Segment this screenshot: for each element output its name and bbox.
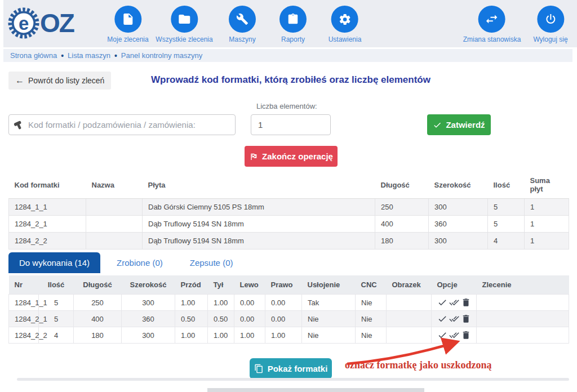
trash-icon[interactable]	[461, 314, 471, 324]
cell-nr: 1284_1_1	[9, 295, 39, 311]
check-icon[interactable]	[437, 314, 447, 324]
cell-dlugosc: 180	[375, 233, 429, 250]
cell-prawo: 0.00	[265, 295, 302, 311]
cell-suma: 1	[525, 216, 569, 233]
nav-item-wyloguj[interactable]: Wyloguj się	[533, 6, 567, 43]
nav-label: Wszystkie zlecenia	[156, 35, 212, 43]
cell-dlugosc: 400	[74, 311, 122, 327]
cell-szerokosc: 360	[429, 216, 488, 233]
column-header: CNC	[356, 275, 387, 295]
breadcrumb: Strona główna • Lista maszyn • Panel kon…	[3, 49, 572, 62]
finish-operation-button[interactable]: Zakończ operację	[245, 146, 338, 167]
logo-text: OZ	[40, 7, 74, 39]
cell-prawo: 0.00	[265, 311, 302, 327]
breadcrumb-item-home[interactable]: Strona główna	[10, 51, 57, 60]
cell-plyta: Dąb Truflowy 5194 SN 18mm	[143, 233, 375, 250]
gear-logo-icon: e	[8, 7, 39, 39]
cell-uslojenie: Nie	[302, 327, 356, 344]
double-check-icon[interactable]	[449, 314, 459, 324]
cell-zlecenie	[477, 311, 569, 327]
cell-opcje	[432, 295, 477, 311]
tab-do-wykonania[interactable]: Do wykonania (14)	[8, 252, 100, 273]
submit-button[interactable]: Zatwierdź	[427, 114, 491, 135]
quantity-input[interactable]	[251, 114, 331, 135]
finish-operation-label: Zakończ operację	[262, 152, 333, 161]
cell-szerokosc: 300	[429, 233, 488, 250]
cell-tyl: 1.00	[208, 295, 234, 311]
cell-tyl: 0.50	[208, 311, 234, 327]
swap-arrows-icon	[478, 6, 505, 33]
cell-obrazek	[387, 295, 432, 311]
cell-kod: 1284_1_1	[9, 199, 86, 216]
nav-item-ustawienia[interactable]: Ustawienia	[329, 6, 362, 43]
trash-icon[interactable]	[461, 330, 471, 340]
parts-tabs: Do wykonania (14) Zrobione (0) Zepsute (…	[8, 252, 243, 273]
cell-ilosc: 5	[488, 216, 525, 233]
table-row: 1284_2_1 Dąb Truflowy 5194 SN 18mm 400 3…	[9, 216, 569, 233]
cell-nazwa	[86, 233, 143, 250]
breadcrumb-item-panel[interactable]: Panel kontrolny maszyny	[121, 51, 203, 60]
nav-item-moje-zlecenia[interactable]: Moje zlecenia	[107, 6, 148, 43]
nav-label: Moje zlecenia	[107, 35, 148, 43]
nav-label: Maszyny	[229, 35, 255, 43]
breadcrumb-separator: •	[114, 51, 117, 60]
cell-przod: 1.00	[175, 295, 208, 311]
plates-table: Kod formatki Nazwa Płyta Długość Szeroko…	[8, 171, 569, 250]
logo-letter-e: e	[19, 13, 29, 34]
cell-dlugosc: 250	[375, 199, 429, 216]
folder-icon	[171, 6, 198, 33]
column-header: Przód	[175, 275, 208, 295]
cell-suma: 1	[525, 233, 569, 250]
submit-button-label: Zatwierdź	[446, 120, 485, 130]
nav-item-maszyny[interactable]: Maszyny	[229, 6, 256, 43]
app-logo: e OZ	[8, 7, 74, 39]
cell-uslojenie: Tak	[302, 295, 356, 311]
tab-zepsute[interactable]: Zepsute (0)	[179, 252, 244, 273]
nav-item-zmiana-stanowiska[interactable]: Zmiana stanowiska	[463, 6, 521, 43]
check-icon[interactable]	[437, 330, 447, 340]
column-header: Szerokość	[122, 275, 175, 295]
trash-icon[interactable]	[461, 297, 471, 308]
column-header: Szerokość	[429, 171, 488, 199]
parts-table: Nr Ilość Długość Szerokość Przód Tył Lew…	[8, 275, 569, 344]
double-check-icon[interactable]	[449, 330, 459, 340]
bottom-edge-strip	[207, 388, 424, 392]
show-parts-button[interactable]: Pokaż formatki	[250, 358, 332, 379]
column-header: Obrazek	[387, 275, 432, 295]
check-icon[interactable]	[437, 297, 447, 308]
check-icon	[433, 121, 442, 130]
breadcrumb-item-machines[interactable]: Lista maszyn	[68, 51, 110, 60]
nav-item-raporty[interactable]: Raporty	[279, 6, 307, 43]
cell-zlecenie	[477, 327, 569, 344]
column-header: Opcje	[432, 275, 477, 295]
double-check-icon[interactable]	[449, 297, 459, 308]
cell-kod: 1284_2_2	[9, 233, 86, 250]
column-header: Lewo	[234, 275, 265, 295]
column-header: Kod formatki	[9, 171, 86, 199]
cell-tyl: 1.00	[208, 327, 234, 344]
power-icon	[537, 6, 564, 33]
nav-label: Raporty	[281, 35, 305, 43]
column-header: Ilość	[39, 275, 74, 295]
cell-nazwa	[86, 216, 143, 233]
back-button[interactable]: ← Powrót do listy zleceń	[8, 72, 111, 90]
cell-szerokosc: 300	[429, 199, 488, 216]
column-header: Płyta	[143, 171, 375, 199]
page-title: Wprowadź kod formatki, którą zrobiłeś or…	[151, 74, 430, 86]
quantity-label: Liczba elementów:	[256, 102, 317, 110]
clipboard-icon	[279, 6, 307, 33]
cell-ilosc: 5	[488, 199, 525, 216]
nav-item-wszystkie-zlecenia[interactable]: Wszystkie zlecenia	[156, 6, 212, 43]
cell-lewo: 0.00	[234, 311, 265, 327]
cell-nr: 1284_2_1	[9, 311, 39, 327]
table-row: 1284_2_1 5 400 360 0.50 0.50 0.00 0.00 N…	[9, 311, 569, 327]
show-parts-label: Pokaż formatki	[268, 364, 328, 373]
column-header: Nr	[9, 275, 39, 295]
column-header: Usłojenie	[302, 275, 356, 295]
cell-kod: 1284_2_1	[9, 216, 86, 233]
cell-plyta: Dąb Truflowy 5194 SN 18mm	[143, 216, 375, 233]
tab-zrobione[interactable]: Zrobione (0)	[106, 252, 174, 273]
nav-label: Wyloguj się	[533, 35, 567, 43]
cell-ilosc: 4	[488, 233, 525, 250]
code-input[interactable]	[8, 114, 236, 135]
